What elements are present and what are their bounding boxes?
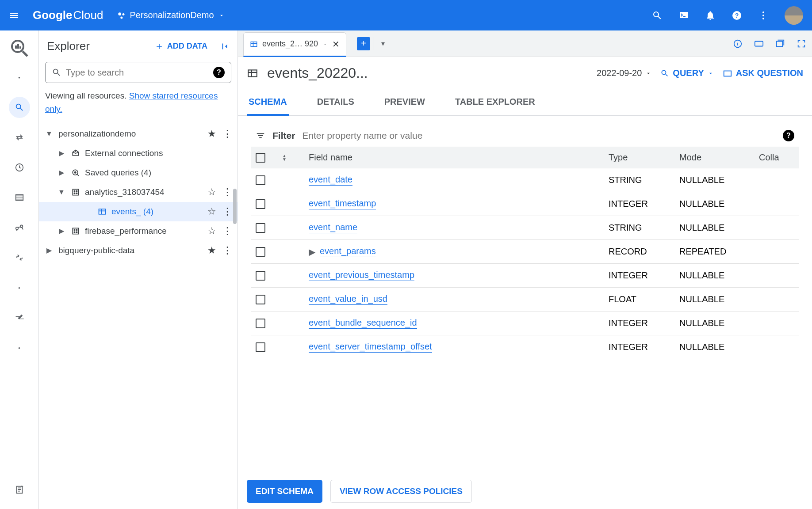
- edit-schema-button[interactable]: EDIT SCHEMA: [247, 480, 322, 503]
- star-filled-icon[interactable]: ★: [207, 128, 216, 140]
- row-checkbox[interactable]: [256, 199, 265, 209]
- tree-item[interactable]: ▼personalizationdemo★⋮: [39, 124, 237, 144]
- rail-admin-icon[interactable]: [9, 307, 30, 328]
- content-tab-details[interactable]: DETAILS: [315, 90, 356, 115]
- kebab-icon[interactable]: ⋮: [222, 245, 232, 256]
- tree-arrow-icon[interactable]: ▶: [44, 246, 54, 254]
- field-name-link[interactable]: event_params: [320, 246, 376, 257]
- help-icon[interactable]: ?: [732, 10, 742, 21]
- rail-transfers-icon[interactable]: [9, 127, 30, 148]
- rail-migration-icon[interactable]: [9, 247, 30, 268]
- tree-label: personalizationdemo: [58, 129, 203, 139]
- overflow-icon[interactable]: [758, 10, 769, 21]
- star-filled-icon[interactable]: ★: [207, 245, 216, 256]
- tab-separator: [374, 37, 374, 50]
- row-checkbox[interactable]: [256, 319, 265, 328]
- ask-question-button[interactable]: ASK QUESTION: [723, 68, 803, 78]
- tree-arrow-icon[interactable]: ▼: [57, 188, 66, 196]
- search-icon[interactable]: [652, 10, 663, 21]
- explorer-search-input[interactable]: [66, 68, 209, 78]
- explorer-scrollbar[interactable]: [233, 189, 237, 224]
- rail-dot[interactable]: ●: [9, 67, 30, 88]
- row-checkbox[interactable]: [256, 223, 265, 233]
- star-outline-icon[interactable]: ☆: [207, 186, 216, 198]
- collapse-panel-button[interactable]: [220, 42, 230, 51]
- field-name-link[interactable]: event_name: [309, 222, 357, 233]
- svg-point-16: [20, 225, 23, 228]
- fullscreen-icon[interactable]: [796, 38, 807, 49]
- field-name-link[interactable]: event_timestamp: [309, 198, 376, 209]
- sort-icon[interactable]: ▲▼: [282, 154, 309, 161]
- product-logo[interactable]: Google Cloud: [33, 8, 103, 22]
- select-all-checkbox[interactable]: [256, 153, 265, 163]
- close-tab-button[interactable]: ✕: [332, 39, 340, 49]
- field-name-link[interactable]: event_bundle_sequence_id: [309, 318, 417, 329]
- cloud-shell-icon[interactable]: [678, 10, 689, 21]
- row-checkbox[interactable]: [256, 271, 265, 281]
- col-mode[interactable]: Mode: [679, 152, 759, 163]
- expand-icon[interactable]: ▶: [309, 247, 315, 257]
- content-tab-schema[interactable]: SCHEMA: [247, 90, 289, 116]
- rail-analytics-icon[interactable]: [9, 217, 30, 238]
- view-policies-button[interactable]: VIEW ROW ACCESS POLICIES: [330, 480, 472, 503]
- col-type[interactable]: Type: [609, 152, 679, 163]
- tree-item[interactable]: ▶bigquery-public-data★⋮: [39, 241, 237, 260]
- rail-search-icon[interactable]: [9, 97, 30, 118]
- chevron-down-icon[interactable]: [322, 42, 328, 47]
- project-picker[interactable]: PersonalizationDemo: [117, 10, 225, 20]
- kebab-icon[interactable]: ⋮: [222, 225, 232, 237]
- col-fieldname[interactable]: Field name: [309, 152, 609, 163]
- tree-item[interactable]: ▶Saved queries (4): [39, 163, 237, 182]
- partition-date-value: 2022-09-20: [597, 68, 642, 78]
- content-tab-preview[interactable]: PREVIEW: [383, 90, 427, 115]
- avatar[interactable]: [785, 6, 803, 25]
- tree-item[interactable]: events_ (4)☆⋮: [39, 202, 237, 221]
- explorer-search[interactable]: ?: [45, 62, 231, 83]
- kebab-icon[interactable]: ⋮: [222, 206, 232, 217]
- field-name-link[interactable]: event_server_timestamp_offset: [309, 342, 432, 353]
- row-checkbox[interactable]: [256, 175, 265, 185]
- field-name-link[interactable]: event_value_in_usd: [309, 294, 387, 305]
- tree-item[interactable]: ▶firebase_performance☆⋮: [39, 221, 237, 241]
- filter-input[interactable]: [302, 130, 776, 141]
- search-help-icon[interactable]: ?: [213, 67, 225, 78]
- schema-footer: EDIT SCHEMA VIEW ROW ACCESS POLICIES: [238, 474, 812, 509]
- rail-scheduled-icon[interactable]: [9, 157, 30, 178]
- keyboard-icon[interactable]: [754, 38, 764, 49]
- new-tab-button[interactable]: +: [357, 37, 370, 50]
- star-outline-icon[interactable]: ☆: [207, 225, 216, 237]
- bigquery-logo-icon[interactable]: [10, 38, 29, 58]
- field-name-link[interactable]: event_date: [309, 175, 352, 186]
- tree-item[interactable]: ▶External connections: [39, 144, 237, 163]
- hamburger-icon[interactable]: [9, 10, 19, 21]
- tab-dropdown[interactable]: ▾: [378, 39, 388, 48]
- notifications-icon[interactable]: [705, 10, 716, 21]
- field-name-link[interactable]: event_previous_timestamp: [309, 270, 414, 281]
- tree-arrow-icon[interactable]: ▶: [57, 168, 66, 177]
- row-checkbox[interactable]: [256, 295, 265, 304]
- kebab-icon[interactable]: ⋮: [222, 186, 232, 198]
- tree-arrow-icon[interactable]: ▶: [57, 227, 66, 235]
- kebab-icon[interactable]: ⋮: [222, 128, 232, 140]
- tree-label: External connections: [85, 148, 228, 158]
- add-data-button[interactable]: ADD DATA: [155, 42, 207, 51]
- history-icon[interactable]: [775, 38, 785, 49]
- rail-bi-icon[interactable]: [9, 187, 30, 208]
- star-outline-icon[interactable]: ☆: [207, 206, 216, 217]
- info-icon[interactable]: [732, 38, 743, 49]
- query-button[interactable]: QUERY: [660, 68, 713, 78]
- rail-notes-icon[interactable]: [9, 479, 30, 500]
- partition-date-picker[interactable]: 2022-09-20: [597, 68, 651, 78]
- tree-arrow-icon[interactable]: ▼: [44, 130, 54, 138]
- filter-help-icon[interactable]: ?: [783, 130, 794, 141]
- rail-dot-2[interactable]: ●: [9, 277, 30, 298]
- col-collation[interactable]: Colla: [759, 152, 794, 163]
- sq-icon: [71, 168, 80, 177]
- row-checkbox[interactable]: [256, 247, 265, 257]
- rail-dot-3[interactable]: ●: [9, 337, 30, 358]
- row-checkbox[interactable]: [256, 342, 265, 352]
- tree-arrow-icon[interactable]: ▶: [57, 149, 66, 157]
- content-tab-table-explorer[interactable]: TABLE EXPLORER: [453, 90, 537, 115]
- tab-events[interactable]: events_2… 920 ✕: [243, 32, 346, 57]
- tree-item[interactable]: ▼analytics_318037454☆⋮: [39, 182, 237, 202]
